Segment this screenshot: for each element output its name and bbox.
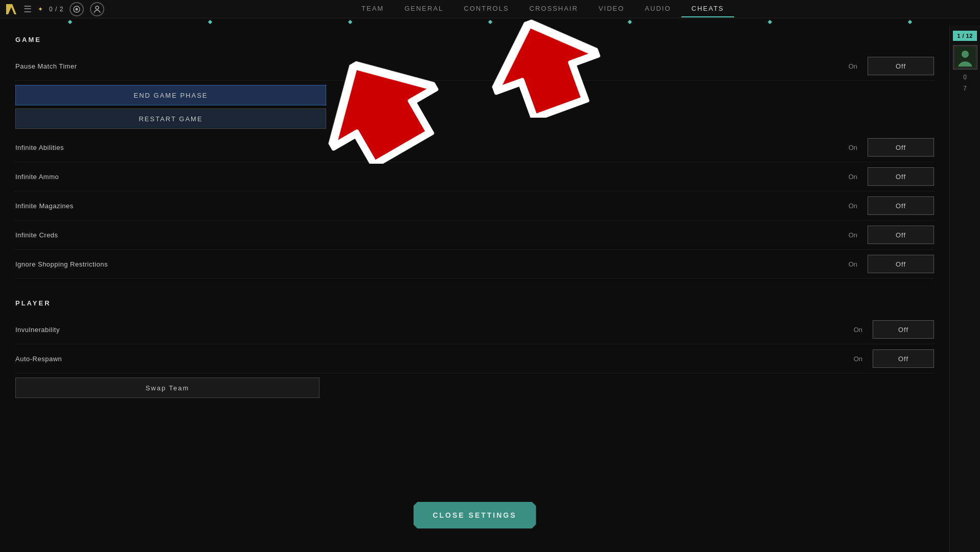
agent-icon-btn[interactable] (90, 2, 104, 16)
end-game-phase-container: End Game Phase (15, 85, 934, 105)
setting-row-ignore-shopping: Ignore Shopping Restrictions On Off (15, 250, 934, 279)
nav-dot-7 (840, 20, 980, 24)
infinite-creds-label: Infinite Creds (15, 231, 816, 239)
invulnerability-label: Invulnerability (15, 326, 822, 334)
sidebar-score-0: 0 (963, 74, 967, 81)
nav-dot-6 (700, 20, 840, 24)
menu-icon[interactable]: ☰ (24, 4, 32, 15)
settings-panel: GAME Pause Match Timer On Off End Game P… (0, 26, 949, 552)
nav-dot-4 (420, 20, 560, 24)
tab-general[interactable]: GENERAL (394, 1, 453, 17)
sidebar-score-7: 7 (963, 85, 967, 92)
infinite-ammo-toggle[interactable]: Off (868, 167, 934, 186)
restart-game-button[interactable]: Restart Game (15, 108, 326, 129)
setting-row-invulnerability: Invulnerability On Off (15, 315, 934, 344)
top-bar: ☰ ✦ 0 / 2 TEAM GENERAL CONTROLS CROSSHAI… (0, 0, 980, 18)
page-indicator: 1 / 12 (953, 31, 977, 41)
auto-respawn-label: Auto-Respawn (15, 355, 822, 363)
nav-tabs: TEAM GENERAL CONTROLS CROSSHAIR VIDEO AU… (110, 1, 975, 17)
ignore-shopping-toggle[interactable]: Off (868, 255, 934, 273)
settings-icon-btn[interactable] (70, 2, 84, 16)
infinite-creds-value: On (816, 231, 857, 239)
swap-team-container: Swap Team (15, 378, 934, 398)
tab-video[interactable]: VIDEO (588, 1, 634, 17)
restart-game-container: Restart Game (15, 108, 934, 129)
infinite-ammo-value: On (816, 173, 857, 181)
infinite-ammo-label: Infinite Ammo (15, 173, 816, 181)
svg-point-2 (76, 8, 78, 10)
nav-dots-row (0, 18, 980, 26)
tab-controls[interactable]: CONTROLS (453, 1, 519, 17)
infinite-creds-toggle[interactable]: Off (868, 226, 934, 244)
infinite-abilities-label: Infinite Abilities (15, 144, 816, 151)
auto-respawn-value: On (822, 355, 862, 363)
svg-marker-0 (6, 4, 16, 14)
ignore-shopping-value: On (816, 260, 857, 268)
nav-dot-1 (0, 20, 140, 24)
section-gap (15, 279, 934, 299)
tab-crosshair[interactable]: CROSSHAIR (519, 1, 588, 17)
ignore-shopping-label: Ignore Shopping Restrictions (15, 260, 816, 268)
main-content: GAME Pause Match Timer On Off End Game P… (0, 26, 980, 552)
nav-dot-3 (280, 20, 420, 24)
auto-respawn-toggle[interactable]: Off (873, 349, 934, 368)
pause-match-timer-value: On (816, 62, 857, 70)
player-avatar (953, 45, 977, 70)
tab-audio[interactable]: AUDIO (634, 1, 681, 17)
setting-row-infinite-creds: Infinite Creds On Off (15, 220, 934, 250)
pause-match-timer-toggle[interactable]: Off (868, 57, 934, 75)
nav-dot-5 (560, 20, 700, 24)
svg-point-5 (962, 51, 969, 58)
setting-row-infinite-abilities: Infinite Abilities On Off (15, 133, 934, 162)
close-settings-area: CLOSE SETTINGS (414, 502, 536, 528)
infinite-magazines-value: On (816, 202, 857, 210)
score-display: 0 / 2 (49, 6, 63, 13)
nav-dot-2 (140, 20, 280, 24)
setting-row-pause-match-timer: Pause Match Timer On Off (15, 52, 934, 81)
setting-row-infinite-magazines: Infinite Magazines On Off (15, 191, 934, 220)
setting-row-infinite-ammo: Infinite Ammo On Off (15, 162, 934, 191)
setting-row-auto-respawn: Auto-Respawn On Off (15, 344, 934, 373)
valorant-logo (5, 3, 17, 15)
infinite-magazines-toggle[interactable]: Off (868, 196, 934, 215)
infinite-abilities-value: On (816, 144, 857, 151)
player-section-title: PLAYER (15, 299, 934, 307)
game-section-title: GAME (15, 36, 934, 43)
swap-team-button[interactable]: Swap Team (15, 378, 320, 398)
pause-match-timer-label: Pause Match Timer (15, 62, 816, 70)
tab-cheats[interactable]: CHEATS (681, 1, 735, 17)
invulnerability-value: On (822, 326, 862, 334)
infinite-magazines-label: Infinite Magazines (15, 202, 816, 210)
infinite-abilities-toggle[interactable]: Off (868, 138, 934, 157)
invulnerability-toggle[interactable]: Off (873, 320, 934, 339)
right-sidebar: 1 / 12 0 7 (949, 26, 980, 552)
close-settings-button[interactable]: CLOSE SETTINGS (414, 502, 536, 528)
svg-point-3 (96, 6, 99, 9)
end-game-phase-button[interactable]: End Game Phase (15, 85, 326, 105)
star-icon: ✦ (38, 6, 43, 13)
tab-team[interactable]: TEAM (351, 1, 394, 17)
